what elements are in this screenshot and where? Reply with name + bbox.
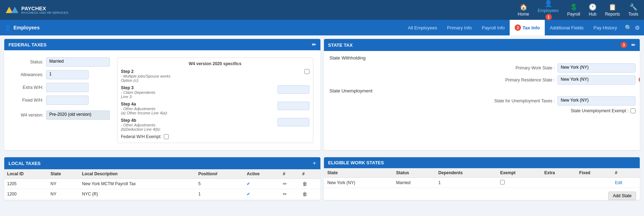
- local-taxes-body: Local ID State Local Description Positio…: [4, 169, 320, 199]
- edit-icon-1205[interactable]: ✏: [283, 181, 287, 187]
- cell-edit-1200[interactable]: ✏: [280, 189, 299, 199]
- nav-employees[interactable]: 👤 Employees 1: [538, 0, 559, 20]
- employees-badge: 1: [545, 14, 552, 20]
- w4-step4b-row: Step 4b - Other Adjustments (b)Deduction…: [121, 118, 309, 131]
- w4-step3-line: Line 3:: [121, 95, 275, 99]
- cell-state-ny1: NY: [48, 179, 79, 189]
- local-taxes-header: LOCAL TAXES +: [4, 157, 320, 169]
- ews-exempt-checkbox[interactable]: [500, 180, 505, 184]
- search-icon[interactable]: 🔍: [625, 24, 632, 31]
- cell-delete-1205[interactable]: 🗑: [299, 179, 320, 189]
- primary-work-state-input[interactable]: New York (NY): [558, 63, 635, 73]
- cell-pos-1205: 5: [195, 179, 244, 189]
- reports-icon: 📋: [609, 3, 616, 11]
- w4-version-input[interactable]: Pre-2020 (old version): [46, 110, 110, 120]
- state-unemployment-exempt-row: State Unemployment Exempt :: [328, 108, 636, 113]
- tab-primary-info[interactable]: Primary Info: [442, 20, 477, 35]
- col-position: Position#: [195, 169, 244, 179]
- col-ews-state: State: [324, 168, 393, 178]
- nav-payroll[interactable]: 💲 Payroll: [567, 3, 580, 17]
- local-taxes-card: LOCAL TAXES + Local ID State Local Descr…: [4, 157, 320, 200]
- nav-hub[interactable]: 🕐 Hub: [589, 3, 597, 17]
- tab-pay-history-label: Pay History: [594, 25, 617, 30]
- cell-active-1200: ✔: [244, 189, 280, 199]
- w4-section-title: W4 version 2020 specifics: [121, 61, 309, 66]
- state-tax-badge: 3: [621, 42, 627, 48]
- tax-info-badge: 2: [515, 24, 521, 31]
- w4-step4b-input[interactable]: [278, 118, 309, 126]
- check-icon-1205: ✔: [247, 181, 250, 186]
- allowances-input[interactable]: 1: [46, 70, 89, 79]
- edit-icon-1200[interactable]: ✏: [283, 191, 287, 197]
- employees-sub-icon: 👤: [4, 24, 11, 31]
- w4-step3-input[interactable]: [278, 85, 309, 94]
- federal-exempt-label: Federal W/H Exempt:: [121, 134, 162, 139]
- tab-pay-history[interactable]: Pay History: [589, 20, 622, 35]
- fixed-wh-input[interactable]: [46, 96, 89, 105]
- cell-desc-1200: NYC (R): [79, 189, 195, 199]
- sub-nav-tabs: All Employees Primary Info Payroll Info …: [403, 20, 640, 35]
- settings-icon[interactable]: ⚙: [635, 24, 640, 31]
- w4-step4a-input[interactable]: [278, 102, 309, 110]
- delete-icon-1205[interactable]: 🗑: [302, 181, 307, 187]
- cell-delete-1200[interactable]: 🗑: [299, 189, 320, 199]
- w4-step2-checkbox[interactable]: [304, 69, 309, 74]
- w4-2020-section: W4 version 2020 specifics Step 2 - Multi…: [117, 57, 313, 143]
- tab-payroll-info[interactable]: Payroll Info: [477, 20, 510, 35]
- nav-reports[interactable]: 📋 Reports: [605, 3, 620, 17]
- w4-step4b-strong: Step 4b: [121, 118, 136, 123]
- eligible-work-states-title: ELIGIBLE WORK STATES: [328, 160, 384, 165]
- primary-work-state-value: New York (NY): [561, 65, 589, 70]
- w4-step4a-desc: - Other Adjustments: [121, 107, 275, 111]
- primary-residence-state-value: New York (NY): [561, 77, 589, 82]
- cell-ews-edit[interactable]: Edit: [611, 178, 640, 188]
- tab-tax-info[interactable]: 2 Tax Info: [510, 20, 545, 35]
- w4-step2-row: Step 2 - Multiple jobs/Spouse works Opti…: [121, 69, 309, 83]
- primary-residence-state-label: Primary Residence State :: [498, 78, 555, 83]
- local-taxes-table: Local ID State Local Description Positio…: [4, 169, 320, 199]
- col-state: State: [48, 169, 79, 179]
- federal-taxes-edit-icon[interactable]: ✏: [312, 42, 316, 47]
- state-tax-header-right: 3 ✏: [621, 42, 635, 48]
- cell-ews-exempt: [497, 178, 541, 188]
- cell-ews-fixed: [576, 178, 611, 188]
- extra-wh-label: Extra W/H:: [11, 85, 43, 90]
- primary-residence-state-input[interactable]: New York (NY) 4: [558, 75, 635, 85]
- check-icon-1200: ✔: [247, 192, 250, 197]
- w4-step4b-line: (b)Deduction Line 4(b):: [121, 127, 275, 131]
- unemployment-state-label: State for Unemployment Taxes :: [494, 98, 555, 103]
- add-local-tax-button[interactable]: +: [313, 160, 316, 166]
- federal-exempt-checkbox[interactable]: [164, 134, 169, 139]
- state-tax-title: STATE TAX: [328, 42, 353, 48]
- eligible-work-states-card: ELIGIBLE WORK STATES State Status Depend…: [324, 157, 640, 200]
- cell-ews-state: New York (NY): [324, 178, 393, 188]
- extra-wh-input[interactable]: [46, 83, 89, 92]
- ews-edit-link[interactable]: Edit: [615, 180, 622, 185]
- cell-edit-1205[interactable]: ✏: [280, 179, 299, 189]
- federal-taxes-body: Status: Married Allowances: 1 Extra W/H:: [4, 50, 320, 150]
- nav-tools[interactable]: 🔧 Tools: [628, 3, 638, 17]
- delete-icon-1200[interactable]: 🗑: [302, 191, 307, 197]
- tab-all-employees[interactable]: All Employees: [403, 20, 442, 35]
- w4-step4a-label: Step 4a - Other Adjustments (a) Other In…: [121, 102, 275, 115]
- nav-payroll-label: Payroll: [567, 12, 580, 17]
- status-input[interactable]: Married: [46, 57, 110, 67]
- tab-additional-fields[interactable]: Additional Fields: [545, 20, 588, 35]
- nav-employees-label: Employees: [538, 8, 559, 13]
- state-tax-edit-icon[interactable]: ✏: [631, 42, 635, 48]
- nav-home-label: Home: [518, 12, 529, 17]
- add-state-button[interactable]: Add State: [608, 192, 636, 200]
- table-row: 1200 NY NYC (R) 1 ✔ ✏ 🗑: [4, 189, 320, 199]
- allowances-row: Allowances: 1: [11, 70, 110, 79]
- w4-step3-row: Step 3 - Claim Dependents Line 3:: [121, 85, 309, 99]
- w4-step2-option: Option (c):: [121, 78, 302, 83]
- cell-active-1205: ✔: [244, 179, 280, 189]
- state-tax-header: STATE TAX 3 ✏: [324, 39, 640, 51]
- local-taxes-title: LOCAL TAXES: [9, 161, 41, 166]
- w4-step2-strong: Step 2: [121, 69, 134, 74]
- hub-icon: 🕐: [589, 3, 597, 11]
- state-unemployment-exempt-checkbox[interactable]: [631, 108, 635, 113]
- nav-home[interactable]: 🏠 Home: [518, 3, 529, 17]
- sub-navigation: 👤 Employees All Employees Primary Info P…: [0, 20, 644, 35]
- unemployment-state-input[interactable]: New York (NY): [558, 96, 635, 106]
